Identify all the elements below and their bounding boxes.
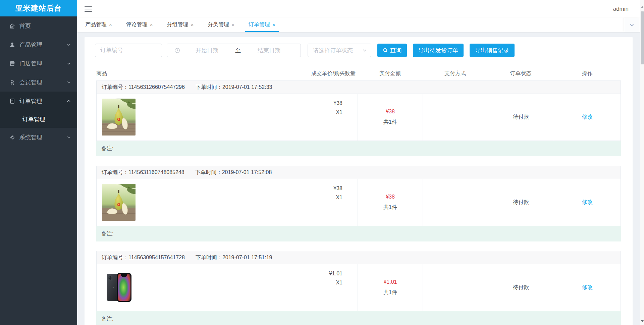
order-time-label: 下单时间： bbox=[196, 84, 222, 90]
tab-groups[interactable]: 分组管理 × bbox=[164, 18, 197, 32]
quantity: X1 bbox=[333, 195, 342, 201]
modify-link[interactable]: 修改 bbox=[582, 284, 593, 291]
order-status-cell: 待付款 bbox=[488, 264, 554, 311]
member-icon bbox=[9, 79, 15, 86]
sidebar: 亚米建站后台 首页 产品管理 门店管理 bbox=[0, 0, 77, 325]
end-date-placeholder[interactable]: 结束日期 bbox=[242, 47, 296, 54]
order-status-cell: 待付款 bbox=[488, 179, 554, 226]
quantity: X1 bbox=[329, 280, 342, 286]
hamburger-menu-icon[interactable] bbox=[85, 6, 92, 12]
sidebar-item-label: 产品管理 bbox=[19, 41, 66, 49]
paid-amount: ¥38 bbox=[386, 194, 395, 200]
order-management-card: 开始日期 至 结束日期 请选择订单状态 查询 导出待发货订单 导出销售记录 bbox=[85, 37, 633, 325]
sidebar-item-label: 系统管理 bbox=[19, 133, 66, 141]
scrollbar-thumb[interactable] bbox=[641, 11, 644, 64]
remark-row: 备注: bbox=[96, 226, 621, 241]
export-sales-records-button[interactable]: 导出销售记录 bbox=[470, 44, 515, 57]
tab-bar: 产品管理 × 评论管理 × 分组管理 × 分类管理 × 订单管理 × bbox=[77, 18, 644, 32]
tab-comments[interactable]: 评论管理 × bbox=[123, 18, 156, 32]
start-date-placeholder[interactable]: 开始日期 bbox=[180, 47, 234, 54]
remark-label: 备注: bbox=[101, 145, 113, 152]
order-time-value: 2019-07-01 17:51:19 bbox=[222, 255, 272, 260]
vertical-scrollbar[interactable] bbox=[640, 0, 644, 325]
tab-overflow-dropdown[interactable] bbox=[624, 18, 639, 32]
chevron-down-icon bbox=[66, 42, 71, 47]
sidebar-item-system[interactable]: 系统管理 bbox=[0, 128, 77, 147]
sidebar-item-orders[interactable]: 订单管理 bbox=[0, 92, 77, 110]
tab-orders[interactable]: 订单管理 × bbox=[245, 18, 279, 32]
tab-categories[interactable]: 分类管理 × bbox=[204, 18, 238, 32]
col-payment-method: 支付方式 bbox=[423, 70, 488, 77]
close-tab-icon[interactable]: × bbox=[191, 22, 194, 28]
col-order-status: 订单状态 bbox=[488, 70, 554, 77]
payment-method-cell bbox=[423, 179, 488, 226]
unit-price: ¥38 bbox=[333, 100, 342, 106]
scroll-down-icon[interactable] bbox=[641, 320, 644, 322]
col-unit-price-qty: 成交单价/购买数量 bbox=[311, 70, 356, 77]
chevron-down-icon bbox=[629, 22, 635, 28]
sidebar-item-label: 门店管理 bbox=[19, 60, 66, 67]
order-group: 订单编号： 1145630954157641728 下单时间：2019-07-0… bbox=[96, 251, 621, 325]
modify-link[interactable]: 修改 bbox=[582, 199, 593, 206]
clock-icon bbox=[174, 48, 180, 53]
payment-method-cell bbox=[423, 264, 488, 311]
total-count: 共1件 bbox=[383, 119, 397, 126]
order-group-header: 订单编号： 1145630954157641728 下单时间：2019-07-0… bbox=[96, 251, 621, 264]
table-header-row: 商品 成交单价/购买数量 实付金额 支付方式 订单状态 操作 bbox=[96, 68, 621, 79]
product-image-pear bbox=[102, 184, 136, 221]
close-tab-icon[interactable]: × bbox=[150, 22, 153, 28]
sidebar-item-stores[interactable]: 门店管理 bbox=[0, 54, 77, 73]
sidebar-item-home[interactable]: 首页 bbox=[0, 16, 77, 35]
sidebar-item-products[interactable]: 产品管理 bbox=[0, 35, 77, 54]
user-menu[interactable]: admin bbox=[613, 6, 629, 12]
order-time-value: 2019-07-01 17:52:08 bbox=[222, 169, 272, 175]
order-no-label: 订单编号： bbox=[102, 169, 128, 176]
order-no-label: 订单编号： bbox=[102, 84, 128, 91]
order-icon bbox=[9, 98, 15, 104]
order-time-value: 2019-07-01 17:52:33 bbox=[222, 84, 272, 90]
filter-bar: 开始日期 至 结束日期 请选择订单状态 查询 导出待发货订单 导出销售记录 bbox=[90, 44, 627, 57]
col-paid-amount: 实付金额 bbox=[358, 70, 423, 77]
product-image-pear bbox=[102, 99, 136, 136]
app-logo: 亚米建站后台 bbox=[0, 0, 77, 16]
tab-products[interactable]: 产品管理 × bbox=[82, 18, 115, 32]
close-tab-icon[interactable]: × bbox=[272, 22, 275, 28]
home-icon bbox=[9, 22, 15, 29]
order-time-label: 下单时间： bbox=[195, 169, 222, 175]
scroll-up-icon[interactable] bbox=[641, 6, 644, 8]
sidebar-subitem-order-management[interactable]: 订单管理 bbox=[0, 110, 77, 128]
orders-table: 商品 成交单价/购买数量 实付金额 支付方式 订单状态 操作 订单编号： 114… bbox=[96, 68, 621, 325]
top-header: admin bbox=[77, 0, 644, 18]
sidebar-item-label: 订单管理 bbox=[19, 97, 66, 105]
remark-label: 备注: bbox=[101, 230, 113, 237]
close-tab-icon[interactable]: × bbox=[231, 22, 234, 28]
order-time-label: 下单时间： bbox=[196, 255, 222, 260]
search-button[interactable]: 查询 bbox=[377, 44, 407, 57]
date-range-picker[interactable]: 开始日期 至 结束日期 bbox=[167, 44, 301, 57]
payment-method-cell bbox=[423, 94, 488, 141]
order-group-header: 订单编号： 1145631160748085248 下单时间：2019-07-0… bbox=[96, 166, 621, 179]
remark-row: 备注: bbox=[96, 311, 621, 325]
col-product: 商品 bbox=[96, 70, 107, 77]
order-no-value: 1145630954157641728 bbox=[128, 255, 185, 261]
quantity: X1 bbox=[333, 109, 342, 115]
sidebar-item-label: 会员管理 bbox=[19, 78, 66, 86]
user-icon bbox=[9, 41, 15, 48]
product-image-iphone bbox=[102, 269, 136, 306]
close-tab-icon[interactable]: × bbox=[109, 22, 112, 28]
chevron-down-icon bbox=[66, 61, 71, 66]
order-row: ¥38 X1 ¥38 共1件 待付款 修改 bbox=[96, 179, 621, 226]
chevron-down-icon bbox=[66, 80, 71, 85]
modify-link[interactable]: 修改 bbox=[582, 114, 593, 121]
order-status-select[interactable]: 请选择订单状态 bbox=[308, 44, 371, 57]
paid-amount: ¥38 bbox=[386, 109, 395, 115]
order-group: 订单编号： 1145631160748085248 下单时间：2019-07-0… bbox=[96, 166, 621, 241]
unit-price: ¥1.01 bbox=[329, 271, 342, 277]
gear-icon bbox=[9, 134, 15, 141]
sidebar-group-orders: 订单管理 订单管理 bbox=[0, 92, 77, 128]
order-no-input[interactable] bbox=[95, 44, 162, 57]
sidebar-item-members[interactable]: 会员管理 bbox=[0, 73, 77, 92]
export-pending-orders-button[interactable]: 导出待发货订单 bbox=[413, 44, 464, 57]
order-row: ¥38 X1 ¥38 共1件 待付款 修改 bbox=[96, 94, 621, 141]
total-count: 共1件 bbox=[383, 204, 397, 211]
